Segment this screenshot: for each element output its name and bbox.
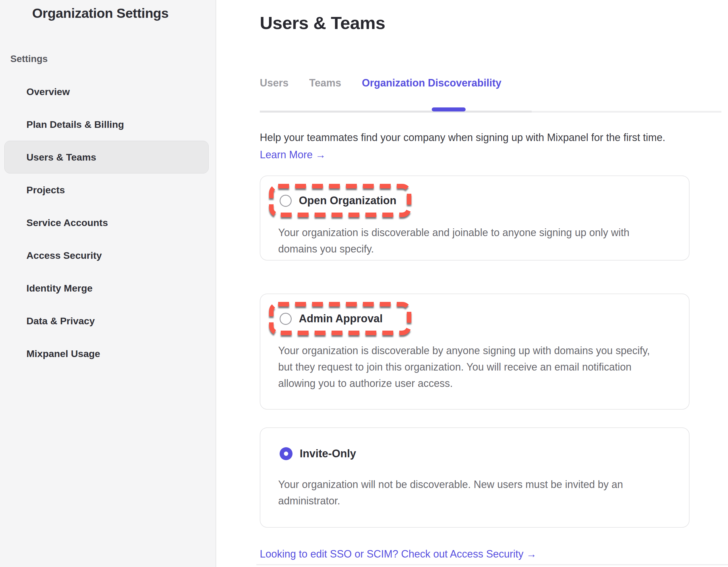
option-description: Your organization is discoverable and jo… [278, 224, 660, 257]
tab-divider [260, 111, 532, 113]
option-label: Open Organization [299, 194, 396, 207]
sidebar-item-overview[interactable]: Overview [4, 75, 209, 108]
tab-teams[interactable]: Teams [309, 77, 341, 89]
option-card-open-organization: Open Organization Your organization is d… [260, 175, 690, 260]
radio-admin-approval[interactable]: Admin Approval [280, 313, 383, 325]
sidebar-item-plan-details-billing[interactable]: Plan Details & Billing [4, 108, 209, 141]
sidebar-title: Organization Settings [32, 5, 169, 21]
intro-text: Help your teammates find your company wh… [260, 131, 725, 144]
page-title: Users & Teams [260, 13, 385, 33]
option-label: Invite-Only [300, 448, 356, 460]
active-tab-indicator [432, 107, 466, 111]
radio-circle-unchecked-icon[interactable] [280, 195, 292, 207]
sidebar-item-mixpanel-usage[interactable]: Mixpanel Usage [4, 337, 209, 370]
sidebar-item-identity-merge[interactable]: Identity Merge [4, 272, 209, 305]
radio-invite-only[interactable]: Invite-Only [280, 447, 356, 460]
tab-organization-discoverability[interactable]: Organization Discoverability [362, 77, 501, 89]
main-content: Users & Teams Users Teams Organization D… [216, 0, 728, 567]
radio-dot [284, 452, 288, 456]
option-card-invite-only: Invite-Only Your organization will not b… [260, 427, 690, 528]
organization-settings-page: Organization Settings Settings Overview … [0, 0, 728, 567]
option-description: Your organization will not be discoverab… [278, 476, 660, 509]
tab-bar: Users Teams Organization Discoverability [260, 77, 502, 89]
sidebar-nav: Overview Plan Details & Billing Users & … [0, 75, 216, 370]
radio-circle-checked-icon[interactable] [280, 447, 293, 460]
sidebar-item-data-privacy[interactable]: Data & Privacy [4, 305, 209, 337]
sidebar-item-access-security[interactable]: Access Security [4, 239, 209, 272]
access-security-link[interactable]: Looking to edit SSO or SCIM? Check out A… [260, 548, 537, 560]
option-description: Your organization is discoverable by any… [278, 343, 660, 392]
sidebar-item-projects[interactable]: Projects [4, 173, 209, 206]
learn-more-link[interactable]: Learn More → [260, 149, 326, 161]
sidebar-section-settings: Settings [10, 53, 48, 64]
bottom-divider [256, 564, 728, 565]
sidebar-item-users-teams[interactable]: Users & Teams [4, 141, 209, 173]
tab-users[interactable]: Users [260, 77, 289, 89]
radio-circle-unchecked-icon[interactable] [280, 313, 292, 325]
option-label: Admin Approval [299, 313, 383, 325]
sidebar: Organization Settings Settings Overview … [0, 0, 216, 567]
option-card-admin-approval: Admin Approval Your organization is disc… [260, 294, 690, 410]
radio-open-organization[interactable]: Open Organization [280, 194, 396, 207]
sidebar-item-service-accounts[interactable]: Service Accounts [4, 206, 209, 239]
